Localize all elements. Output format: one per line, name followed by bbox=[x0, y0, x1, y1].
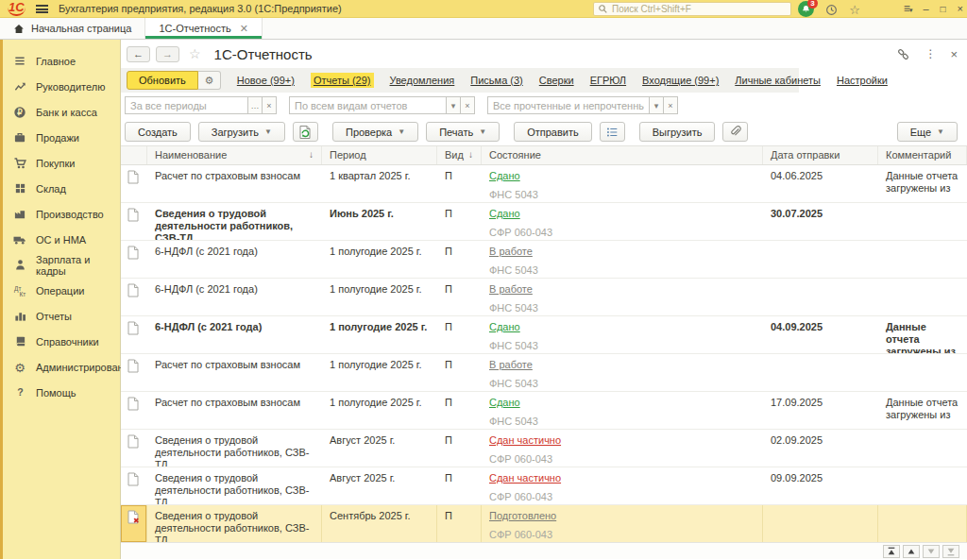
report-status-link[interactable]: В работе bbox=[489, 359, 533, 370]
back-button[interactable]: ← bbox=[127, 46, 150, 62]
table-row[interactable]: Расчет по страховым взносам1 полугодие 2… bbox=[121, 392, 967, 430]
report-doc-icon bbox=[121, 430, 147, 467]
report-status-link[interactable]: Сдано bbox=[489, 397, 520, 408]
sidebar-item-zarplata-i-kadry[interactable]: Зарплата и кадры bbox=[3, 252, 120, 278]
journal-button[interactable] bbox=[600, 122, 625, 142]
report-status-link[interactable]: Сдано bbox=[489, 208, 520, 219]
load-button[interactable]: Загрузить▼ bbox=[198, 122, 285, 142]
menu-link-pisma[interactable]: Письма (3) bbox=[470, 75, 522, 86]
tab-reporting[interactable]: 1С-Отчетность ✕ bbox=[145, 18, 263, 39]
column-header-state[interactable]: Состояние bbox=[482, 146, 763, 164]
menu-link-nastroyki[interactable]: Настройки bbox=[837, 75, 888, 86]
period-filter-input[interactable] bbox=[125, 96, 248, 114]
forward-button[interactable]: → bbox=[156, 46, 179, 62]
sidebar-item-pokupki[interactable]: Покупки bbox=[3, 150, 120, 176]
column-header-comment[interactable]: Комментарий bbox=[878, 146, 967, 164]
sidebar-item-pomosch[interactable]: ?Помощь bbox=[3, 380, 120, 405]
period-filter: …× bbox=[125, 96, 277, 114]
report-sent-date: 17.09.2025 bbox=[763, 392, 878, 429]
page-up-button[interactable] bbox=[903, 545, 920, 558]
main-menu-icon[interactable] bbox=[36, 5, 48, 13]
go-to-top-button[interactable] bbox=[883, 545, 900, 558]
menu-link-uvedomleniya[interactable]: Уведомления bbox=[390, 75, 455, 86]
report-status-link[interactable]: Сдан частично bbox=[489, 472, 561, 484]
sidebar-item-sklad[interactable]: Склад bbox=[3, 176, 120, 201]
table-row[interactable]: Сведения о трудовой деятельности работни… bbox=[121, 467, 967, 505]
table-row[interactable]: 6-НДФЛ (с 2021 года)1 полугодие 2025 г.П… bbox=[121, 316, 967, 354]
notifications-bell-icon[interactable]: 3 bbox=[798, 1, 814, 17]
clear-filter-button[interactable]: × bbox=[460, 96, 475, 114]
clear-filter-button[interactable]: × bbox=[262, 96, 277, 114]
more-menu-icon[interactable]: ⋮ bbox=[925, 47, 936, 60]
sidebar-item-otchety[interactable]: Отчеты bbox=[3, 303, 120, 329]
window-close-icon[interactable]: × bbox=[958, 3, 963, 14]
attachments-button[interactable] bbox=[722, 122, 748, 142]
sidebar-item-os-i-nma[interactable]: ОС и НМА bbox=[3, 227, 120, 252]
tab-close-icon[interactable]: ✕ bbox=[240, 23, 248, 35]
get-link-icon[interactable] bbox=[896, 47, 910, 61]
sidebar-item-rukovoditelyu[interactable]: Руководителю bbox=[3, 74, 120, 99]
sidebar-item-prodazhi[interactable]: Продажи bbox=[3, 125, 120, 150]
dropdown-button[interactable]: ▾ bbox=[649, 96, 664, 114]
go-to-bottom-button[interactable] bbox=[942, 545, 959, 558]
report-status-link[interactable]: Подготовлено bbox=[489, 510, 556, 521]
menu-link-egrul[interactable]: ЕГРЮЛ bbox=[590, 75, 626, 86]
sidebar-item-operacii[interactable]: ДтКтОперации bbox=[3, 278, 120, 303]
send-button[interactable]: Отправить bbox=[514, 122, 592, 142]
column-header-icon[interactable] bbox=[121, 146, 147, 164]
page-down-button[interactable] bbox=[923, 545, 940, 558]
global-search-input[interactable]: Поиск Ctrl+Shift+F bbox=[593, 2, 791, 16]
menu-link-novoe[interactable]: Новое (99+) bbox=[237, 75, 295, 86]
sidebar-item-spravochniki[interactable]: Справочники bbox=[3, 329, 120, 354]
menu-link-sverki[interactable]: Сверки bbox=[539, 75, 574, 86]
read-state-filter-input[interactable] bbox=[487, 96, 650, 114]
table-row[interactable]: Расчет по страховым взносам1 полугодие 2… bbox=[121, 354, 967, 392]
menu-link-otchety[interactable]: Отчеты (29) bbox=[311, 73, 374, 88]
report-type-filter-input[interactable] bbox=[289, 96, 447, 114]
column-header-vid[interactable]: Вид↓ bbox=[437, 146, 482, 164]
favorite-page-star-icon[interactable]: ☆ bbox=[189, 46, 201, 61]
refresh-button[interactable]: Обновить bbox=[127, 71, 198, 90]
reload-report-button[interactable] bbox=[293, 122, 318, 142]
favorites-star-icon[interactable]: ☆ bbox=[847, 2, 862, 17]
table-row[interactable]: 6-НДФЛ (с 2021 года)1 полугодие 2025 г.П… bbox=[121, 279, 967, 316]
menu-link-vhodyaschie[interactable]: Входящие (99+) bbox=[642, 75, 719, 86]
system-menu-icon[interactable]: ≡▾ bbox=[904, 2, 912, 15]
refresh-settings-gear-icon[interactable]: ⚙ bbox=[198, 71, 221, 90]
column-header-date[interactable]: Дата отправки bbox=[763, 146, 878, 164]
sidebar-item-glavnoe[interactable]: Главное bbox=[3, 48, 120, 74]
report-status-link[interactable]: Сдан частично bbox=[489, 434, 561, 446]
sort-descending-icon: ↓ bbox=[309, 149, 314, 164]
maximize-icon[interactable]: □ bbox=[941, 4, 946, 14]
report-status-link[interactable]: В работе bbox=[489, 283, 533, 295]
column-header-period[interactable]: Период bbox=[322, 146, 437, 164]
tab-home[interactable]: Начальная страница bbox=[0, 18, 145, 39]
menu-link-lichnye-kabinety[interactable]: Личные кабинеты bbox=[735, 75, 821, 86]
report-period: Июнь 2025 г. bbox=[322, 203, 437, 240]
sidebar-item-administrirovanie[interactable]: ⚙Администрирование bbox=[3, 354, 120, 380]
table-row[interactable]: Сведения о трудовой деятельности работни… bbox=[121, 505, 967, 543]
table-row[interactable]: Сведения о трудовой деятельности работни… bbox=[121, 430, 967, 467]
history-icon[interactable] bbox=[823, 2, 839, 17]
choose-button[interactable]: … bbox=[247, 96, 263, 114]
table-row[interactable]: Сведения о трудовой деятельности работни… bbox=[121, 203, 967, 241]
table-row[interactable]: 6-НДФЛ (с 2021 года)1 полугодие 2025 г.П… bbox=[121, 241, 967, 279]
report-status-link[interactable]: Сдано bbox=[489, 170, 520, 181]
report-status-link[interactable]: В работе bbox=[489, 246, 533, 257]
print-button[interactable]: Печать▼ bbox=[426, 122, 500, 142]
sidebar-item-proizvodstvo[interactable]: Производство bbox=[3, 201, 120, 227]
create-button[interactable]: Создать bbox=[125, 122, 191, 142]
table-row[interactable]: Расчет по страховым взносам1 квартал 202… bbox=[121, 165, 967, 203]
minimize-icon[interactable]: – bbox=[923, 3, 928, 14]
report-status-link[interactable]: Сдано bbox=[489, 321, 520, 332]
form-close-icon[interactable]: × bbox=[950, 47, 958, 61]
svg-text:₽: ₽ bbox=[17, 108, 23, 117]
check-button[interactable]: Проверка▼ bbox=[332, 122, 418, 142]
clear-filter-button[interactable]: × bbox=[663, 96, 678, 114]
report-kind: П bbox=[437, 241, 482, 278]
dropdown-button[interactable]: ▾ bbox=[446, 96, 461, 114]
column-header-name[interactable]: Наименование↓ bbox=[147, 146, 322, 164]
sidebar-item-bank-i-kassa[interactable]: ₽Банк и касса bbox=[3, 99, 120, 125]
export-button[interactable]: Выгрузить bbox=[639, 122, 716, 142]
more-button[interactable]: Еще▼ bbox=[897, 122, 958, 142]
